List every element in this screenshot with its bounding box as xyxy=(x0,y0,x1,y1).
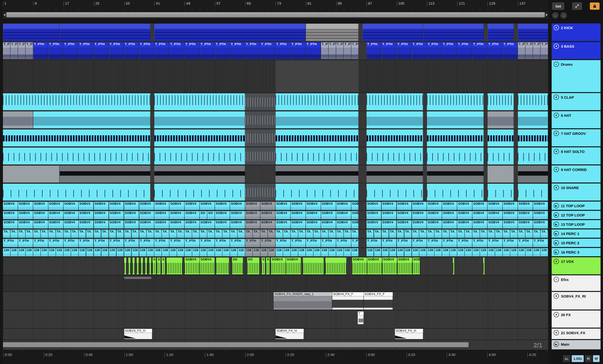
track-lane-solto[interactable] xyxy=(3,147,548,165)
clip[interactable]: T_PTH xyxy=(442,42,457,59)
playback-speed-value[interactable]: 1.00x xyxy=(572,355,584,362)
clip[interactable]: T_PTH xyxy=(427,239,442,247)
clip[interactable]: T_PT xyxy=(525,42,533,59)
clip[interactable]: SOBV4 xyxy=(442,211,457,219)
clip[interactable]: 128 - xyxy=(313,248,321,256)
clip[interactable]: T_PTH xyxy=(185,239,199,247)
clip[interactable]: TA_T1 xyxy=(525,230,533,238)
clip[interactable]: SOBV4 xyxy=(139,220,154,228)
clip[interactable]: T_PTH xyxy=(33,42,48,59)
track-lane-fxri[interactable]: SOBV4_FX_RISER_step_1SOBV4_FX_FSOBV4_FX_… xyxy=(3,292,548,310)
clip[interactable]: 128 - xyxy=(427,248,434,256)
clip[interactable]: SOBV4 xyxy=(397,220,412,228)
fold-track-icon[interactable]: ▼ xyxy=(554,293,559,299)
clip[interactable]: 128 - xyxy=(162,248,169,256)
clip[interactable]: 128 - xyxy=(351,248,359,256)
clip[interactable]: TA_T1 xyxy=(329,230,336,238)
clip[interactable] xyxy=(367,111,423,128)
clip[interactable]: SOBV4 xyxy=(336,211,351,219)
clip[interactable] xyxy=(133,257,135,274)
scrollbar-thumb[interactable] xyxy=(6,12,545,17)
clip[interactable]: 128 - xyxy=(382,248,389,256)
clip[interactable]: SOBV4 xyxy=(487,202,502,210)
clip[interactable]: 128 - xyxy=(124,248,132,256)
clip[interactable]: T_PTH xyxy=(306,239,321,247)
clip[interactable]: SOBV4 xyxy=(518,211,533,219)
clip[interactable] xyxy=(367,166,423,182)
clip[interactable]: SOBV4 xyxy=(487,211,502,219)
clip[interactable]: SOBV4 xyxy=(412,211,427,219)
clip[interactable]: SOBV4 xyxy=(306,211,321,219)
track-header-snare[interactable]: ▼10 SNARE xyxy=(552,183,601,201)
clip[interactable]: SOBV4 xyxy=(230,202,245,210)
clip[interactable]: 128 - xyxy=(291,248,298,256)
clip[interactable]: T_PTH xyxy=(109,239,124,247)
clip[interactable]: SOBV4 xyxy=(291,220,306,228)
clip[interactable]: SOBV4 xyxy=(276,220,290,228)
clip[interactable] xyxy=(367,184,423,200)
clip[interactable]: SOBV4 xyxy=(291,202,306,210)
clip[interactable]: S xyxy=(262,257,265,274)
clip[interactable]: SOBV4 xyxy=(124,211,139,219)
group-icon[interactable]: ≡ xyxy=(554,277,559,282)
unfold-track-icon[interactable]: ▶ xyxy=(554,240,559,245)
clip[interactable]: T_PTH xyxy=(260,42,275,59)
clip[interactable]: SOBV4_FX_F xyxy=(332,292,363,309)
unfold-track-icon[interactable]: ▶ xyxy=(554,203,559,208)
clip[interactable]: SOBV4 xyxy=(352,257,367,274)
fold-track-icon[interactable]: ▼ xyxy=(554,259,559,264)
clip[interactable]: T_PTH xyxy=(367,239,382,247)
clip[interactable]: SOBV4 xyxy=(321,211,336,219)
clip[interactable]: TA_T1 xyxy=(367,230,374,238)
clip[interactable] xyxy=(423,24,484,41)
clip[interactable]: T_PTH xyxy=(518,239,533,247)
clip[interactable]: SOBV4 xyxy=(109,220,124,228)
clip[interactable]: SOBV4 xyxy=(472,211,487,219)
clip[interactable]: SOBV4 xyxy=(382,220,397,228)
clip[interactable]: 128 - xyxy=(71,248,79,256)
clip[interactable] xyxy=(518,166,548,182)
clip[interactable]: SOBV4 xyxy=(260,202,275,210)
clip[interactable]: 128 - xyxy=(48,248,56,256)
clip[interactable] xyxy=(483,257,485,274)
clip[interactable]: SO xyxy=(207,211,215,219)
clip[interactable]: T_PTH xyxy=(94,42,109,59)
clip[interactable]: T_PTH xyxy=(382,42,397,59)
fold-track-icon[interactable]: ▼ xyxy=(554,149,559,154)
clip[interactable]: TA_T1 xyxy=(313,230,321,238)
clip[interactable]: S xyxy=(162,257,165,274)
unfold-track-icon[interactable]: ▶ xyxy=(554,212,559,218)
clip[interactable]: 128 - xyxy=(139,248,147,256)
clip[interactable] xyxy=(3,342,468,347)
clip[interactable]: SOBV4 xyxy=(33,220,48,228)
width-zoom-button[interactable]: W xyxy=(593,355,600,362)
track-lane-groov[interactable] xyxy=(3,129,548,147)
clip[interactable]: 128 - xyxy=(405,248,412,256)
clip[interactable]: T_PT xyxy=(18,42,25,59)
unfold-track-icon[interactable]: ▶ xyxy=(554,342,559,347)
clip[interactable]: 128 - xyxy=(222,248,230,256)
clip[interactable]: T_PTH xyxy=(442,239,457,247)
track-header-hat[interactable]: ▼6 HAT xyxy=(552,111,601,129)
clip[interactable]: TA_T1 xyxy=(11,230,18,238)
fold-track-icon[interactable]: ▼ xyxy=(554,44,559,49)
clip[interactable]: T_PTH xyxy=(64,239,79,247)
clip[interactable]: TA_T1 xyxy=(222,230,230,238)
clip[interactable]: TA_T1 xyxy=(139,230,147,238)
clip[interactable]: SOBV4 xyxy=(18,211,33,219)
lock-icon[interactable] xyxy=(590,2,600,10)
clip[interactable]: 128 - xyxy=(200,248,207,256)
clip[interactable] xyxy=(518,130,548,146)
clip[interactable]: SOBV4 xyxy=(215,202,230,210)
clip[interactable]: SOBV4 xyxy=(215,220,230,228)
clip[interactable]: 128 - xyxy=(283,248,290,256)
clip[interactable]: T_PTH xyxy=(64,42,79,59)
clip[interactable]: T_PTH xyxy=(291,42,306,59)
clip[interactable] xyxy=(487,130,514,146)
clip[interactable]: SOBV4 xyxy=(230,220,245,228)
clip[interactable] xyxy=(518,184,548,200)
track-header-perc2[interactable]: ▶15 PERC 2 xyxy=(552,239,601,248)
clip[interactable]: T_PTH xyxy=(215,42,230,59)
clip[interactable] xyxy=(3,184,151,200)
clip[interactable]: TA_T1 xyxy=(306,230,313,238)
